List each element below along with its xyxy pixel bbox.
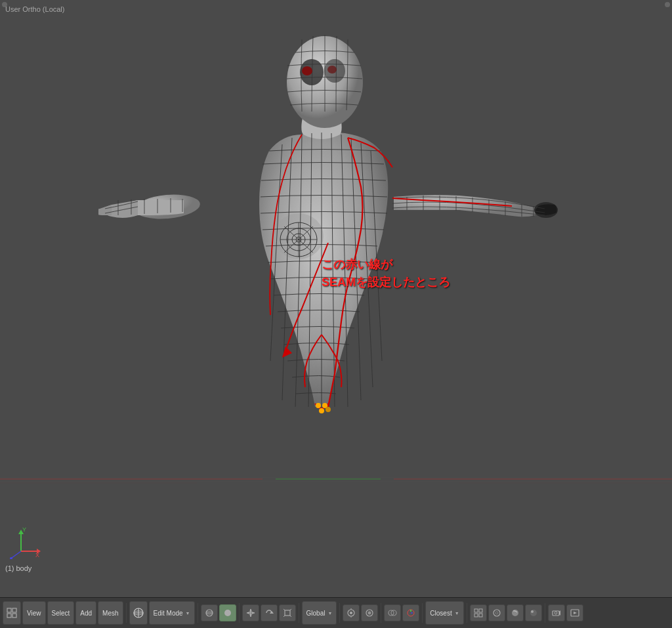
svg-rect-39 bbox=[12, 608, 16, 612]
translate-tool[interactable] bbox=[242, 604, 259, 621]
svg-point-16 bbox=[316, 403, 321, 408]
separator-1 bbox=[126, 603, 127, 623]
separator-5 bbox=[339, 603, 340, 623]
svg-text:X: X bbox=[35, 552, 39, 558]
svg-point-85 bbox=[555, 612, 557, 614]
svg-marker-87 bbox=[574, 612, 577, 614]
svg-rect-41 bbox=[12, 614, 16, 618]
material-preview-button[interactable] bbox=[507, 604, 524, 621]
svg-text:Y: Y bbox=[22, 526, 26, 533]
viewport-type-button[interactable] bbox=[3, 601, 21, 625]
svg-point-49 bbox=[224, 610, 231, 616]
svg-point-68 bbox=[369, 612, 370, 614]
solid-mode-button[interactable] bbox=[219, 604, 236, 621]
svg-point-14 bbox=[302, 66, 312, 75]
svg-point-82 bbox=[531, 610, 534, 613]
mesh-menu[interactable]: Mesh bbox=[98, 601, 123, 625]
snap-toggle[interactable] bbox=[343, 604, 360, 621]
svg-marker-52 bbox=[249, 609, 252, 612]
axes-widget: Y X bbox=[8, 526, 41, 559]
render-button[interactable] bbox=[566, 604, 583, 621]
svg-point-81 bbox=[530, 610, 537, 616]
svg-rect-57 bbox=[285, 610, 290, 616]
rotate-tool[interactable] bbox=[261, 604, 278, 621]
svg-line-36 bbox=[12, 551, 21, 558]
svg-point-19 bbox=[326, 407, 331, 412]
separator-7 bbox=[422, 603, 423, 623]
proportional-edit-toggle[interactable] bbox=[361, 604, 378, 621]
mesh-icon-button[interactable] bbox=[129, 601, 148, 625]
ground-plane bbox=[0, 472, 672, 499]
svg-marker-56 bbox=[270, 611, 274, 614]
overlay-button[interactable] bbox=[384, 604, 401, 621]
viewport-label: User Ortho (Local) bbox=[5, 5, 64, 13]
bottom-toolbar: View Select Add Mesh Edit Mode bbox=[0, 597, 672, 628]
select-menu[interactable]: Select bbox=[47, 601, 75, 625]
svg-rect-77 bbox=[479, 614, 482, 617]
svg-rect-40 bbox=[7, 614, 11, 618]
separator-3 bbox=[239, 603, 240, 623]
separator-8 bbox=[467, 603, 467, 623]
3d-viewport[interactable]: User Ortho (Local) bbox=[0, 0, 672, 597]
view-menu[interactable]: View bbox=[22, 601, 46, 625]
svg-marker-54 bbox=[247, 612, 249, 614]
rendered-preview-button[interactable] bbox=[525, 604, 542, 621]
svg-line-60 bbox=[284, 616, 285, 617]
transform-orientation-dropdown[interactable]: Global bbox=[302, 601, 337, 625]
xray-button[interactable] bbox=[488, 604, 505, 621]
svg-line-59 bbox=[290, 609, 291, 610]
separator-6 bbox=[381, 603, 381, 623]
camera-button[interactable] bbox=[548, 604, 565, 621]
separator-9 bbox=[545, 603, 545, 623]
svg-point-63 bbox=[350, 612, 352, 614]
svg-rect-74 bbox=[474, 609, 478, 612]
svg-point-79 bbox=[495, 612, 498, 614]
separator-4 bbox=[299, 603, 299, 623]
svg-rect-75 bbox=[479, 609, 482, 612]
seam-annotation: この赤い線が SEAMを設定したところ bbox=[322, 256, 450, 291]
svg-marker-53 bbox=[249, 614, 252, 617]
gizmo-button[interactable] bbox=[402, 604, 419, 621]
svg-point-17 bbox=[319, 408, 324, 413]
separator-2 bbox=[198, 603, 198, 623]
svg-rect-76 bbox=[474, 614, 478, 617]
svg-point-78 bbox=[494, 610, 500, 616]
snap-element-dropdown[interactable]: Closest bbox=[425, 601, 463, 625]
corner-resize-tr[interactable] bbox=[665, 2, 670, 7]
svg-point-15 bbox=[327, 66, 337, 73]
svg-line-58 bbox=[284, 609, 285, 610]
wireframe-mode-button[interactable] bbox=[201, 604, 218, 621]
uv-sync-button[interactable] bbox=[470, 604, 487, 621]
mode-dropdown[interactable]: Edit Mode bbox=[149, 601, 195, 625]
svg-line-61 bbox=[290, 616, 291, 617]
3d-model-view bbox=[98, 13, 558, 472]
scale-tool[interactable] bbox=[279, 604, 296, 621]
add-menu[interactable]: Add bbox=[75, 601, 96, 625]
svg-marker-55 bbox=[252, 612, 255, 614]
object-label: (1) body bbox=[5, 564, 32, 572]
svg-rect-38 bbox=[7, 608, 11, 612]
